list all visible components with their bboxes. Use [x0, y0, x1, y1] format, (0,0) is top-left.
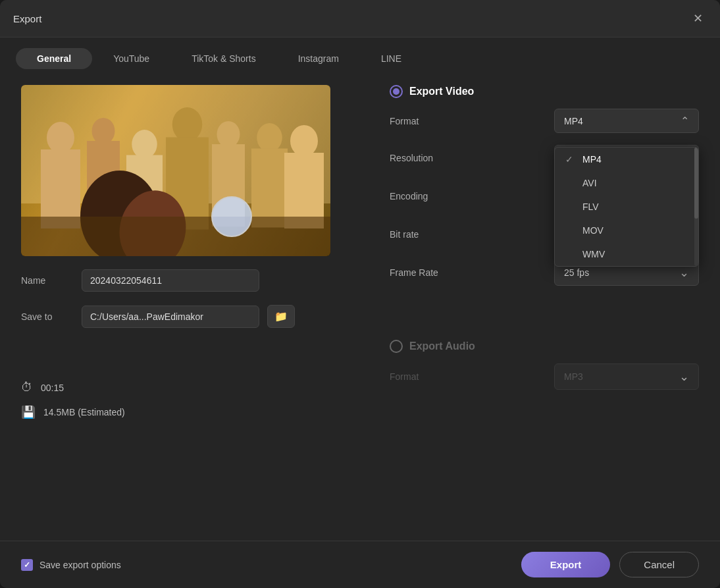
name-label: Name — [21, 275, 74, 286]
export-audio-header: Export Audio — [390, 340, 699, 353]
export-video-header: Export Video — [390, 85, 699, 98]
save-to-label: Save to — [21, 311, 74, 322]
tab-general[interactable]: General — [16, 48, 92, 69]
browse-folder-button[interactable]: 📁 — [267, 305, 295, 328]
dropdown-item-wmv[interactable]: WMV — [555, 242, 698, 266]
audio-format-select: MP3 — [554, 363, 699, 390]
export-dialog: Export ✕ General YouTube TikTok & Shorts… — [0, 0, 720, 588]
save-options-label: Save export options — [39, 560, 121, 570]
save-to-row: Save to 📁 — [21, 305, 363, 328]
framerate-label: Frame Rate — [390, 267, 438, 278]
tabs-bar: General YouTube TikTok & Shorts Instagra… — [0, 38, 720, 69]
chevron-down-icon4 — [679, 265, 689, 280]
audio-format-value: MP3 — [564, 371, 583, 382]
export-audio-section: Export Audio Format MP3 — [390, 340, 699, 402]
option-mov: MOV — [582, 225, 604, 236]
left-panel: Name Save to 📁 ⏱ 00:15 💾 14.5MB ( — [21, 85, 363, 525]
chevron-down-icon5 — [679, 369, 689, 384]
name-row: Name — [21, 269, 363, 292]
format-value: MP4 — [564, 116, 583, 126]
filesize-value: 14.5MB (Estimated) — [43, 407, 125, 417]
scrollbar-thumb[interactable] — [694, 147, 698, 219]
framerate-value: 25 fps — [564, 267, 589, 278]
footer: Save export options Export Cancel — [0, 541, 720, 588]
tab-instagram[interactable]: Instagram — [277, 48, 360, 69]
option-avi: AVI — [582, 178, 597, 188]
export-video-radio[interactable] — [390, 85, 403, 98]
save-path-input[interactable] — [82, 306, 259, 328]
save-options: Save export options — [21, 559, 121, 571]
dropdown-item-flv[interactable]: FLV — [555, 195, 698, 219]
scrollbar-track — [694, 147, 698, 266]
preview-canvas — [21, 85, 330, 256]
export-audio-radio[interactable] — [390, 340, 403, 353]
dialog-title: Export — [13, 13, 41, 24]
clock-icon: ⏱ — [21, 381, 33, 394]
duration-stat: ⏱ 00:15 — [21, 381, 363, 394]
dropdown-item-mov[interactable]: MOV — [555, 219, 698, 242]
format-label: Format — [390, 116, 419, 126]
dropdown-item-mp4[interactable]: ✓ MP4 — [555, 147, 698, 171]
audio-format-row: Format MP3 — [390, 363, 699, 390]
cancel-button[interactable]: Cancel — [619, 552, 699, 577]
option-mp4: MP4 — [582, 154, 602, 165]
export-video-section: Export Video Format MP4 ✓ MP4 — [390, 85, 699, 298]
format-select[interactable]: MP4 — [554, 109, 699, 133]
check-icon: ✓ — [565, 154, 576, 165]
audio-format-label: Format — [390, 371, 419, 382]
bitrate-label: Bit rate — [390, 229, 419, 240]
option-flv: FLV — [582, 201, 599, 212]
export-video-title: Export Video — [409, 86, 474, 97]
right-panel: Export Video Format MP4 ✓ MP4 — [390, 85, 699, 525]
main-content: Name Save to 📁 ⏱ 00:15 💾 14.5MB ( — [0, 69, 720, 541]
option-wmv: WMV — [582, 249, 605, 259]
tab-line[interactable]: LINE — [360, 48, 423, 69]
disk-icon: 💾 — [21, 405, 36, 419]
video-preview — [21, 85, 330, 256]
titlebar: Export ✕ — [0, 0, 720, 38]
duration-value: 00:15 — [41, 383, 64, 393]
name-input[interactable] — [82, 269, 259, 292]
filesize-stat: 💾 14.5MB (Estimated) — [21, 405, 363, 419]
stats-section: ⏱ 00:15 💾 14.5MB (Estimated) — [21, 381, 363, 419]
resolution-label: Resolution — [390, 153, 433, 163]
save-options-checkbox[interactable] — [21, 559, 33, 571]
format-dropdown: ✓ MP4 AVI FLV MOV — [554, 147, 699, 267]
encoding-label: Encoding — [390, 191, 428, 201]
format-row: Format MP4 ✓ MP4 AVI — [390, 109, 699, 133]
tab-tiktok[interactable]: TikTok & Shorts — [170, 48, 277, 69]
chevron-up-icon — [681, 115, 689, 127]
folder-icon: 📁 — [274, 310, 288, 323]
footer-buttons: Export Cancel — [521, 552, 699, 577]
tab-youtube[interactable]: YouTube — [92, 48, 170, 69]
export-button[interactable]: Export — [521, 552, 611, 577]
dropdown-item-avi[interactable]: AVI — [555, 171, 698, 195]
export-audio-title: Export Audio — [409, 340, 475, 352]
close-button[interactable]: ✕ — [688, 9, 707, 28]
